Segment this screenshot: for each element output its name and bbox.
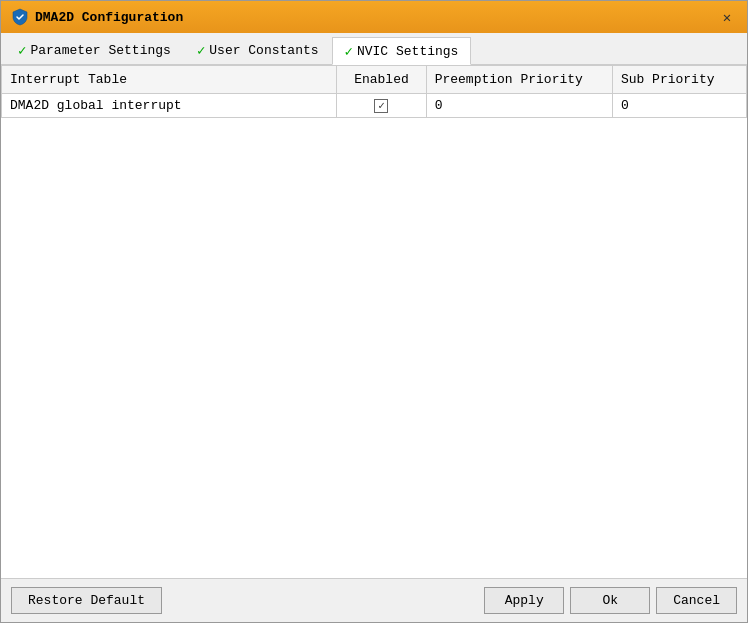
enabled-checkbox[interactable]: ✓	[345, 99, 417, 113]
cell-interrupt-name: DMA2D global interrupt	[2, 94, 337, 118]
footer-right: Apply Ok Cancel	[484, 587, 737, 614]
shield-icon	[11, 8, 29, 26]
content-area: Interrupt Table Enabled Preemption Prior…	[1, 65, 747, 578]
col-header-enabled: Enabled	[337, 66, 426, 94]
main-window: DMA2D Configuration ✕ ✓ Parameter Settin…	[0, 0, 748, 623]
tab-parameter-settings[interactable]: ✓ Parameter Settings	[5, 37, 184, 64]
interrupt-table: Interrupt Table Enabled Preemption Prior…	[1, 65, 747, 118]
footer: Restore Default Apply Ok Cancel	[1, 578, 747, 622]
tab-bar: ✓ Parameter Settings ✓ User Constants ✓ …	[1, 33, 747, 65]
cell-enabled[interactable]: ✓	[337, 94, 426, 118]
tab-check-nvic: ✓	[345, 43, 353, 60]
col-header-preemption: Preemption Priority	[426, 66, 612, 94]
close-button[interactable]: ✕	[717, 7, 737, 27]
table-row: DMA2D global interrupt ✓ 0 0	[2, 94, 747, 118]
tab-nvic-settings[interactable]: ✓ NVIC Settings	[332, 37, 472, 65]
title-bar: DMA2D Configuration ✕	[1, 1, 747, 33]
cell-sub-priority[interactable]: 0	[612, 94, 746, 118]
title-bar-left: DMA2D Configuration	[11, 8, 183, 26]
tab-check-user-constants: ✓	[197, 42, 205, 59]
tab-user-constants[interactable]: ✓ User Constants	[184, 37, 332, 64]
table-container: Interrupt Table Enabled Preemption Prior…	[1, 65, 747, 578]
apply-button[interactable]: Apply	[484, 587, 564, 614]
tab-label-nvic: NVIC Settings	[357, 44, 458, 59]
window-title: DMA2D Configuration	[35, 10, 183, 25]
cell-preemption-priority[interactable]: 0	[426, 94, 612, 118]
ok-button[interactable]: Ok	[570, 587, 650, 614]
checkbox-display: ✓	[374, 99, 388, 113]
restore-default-button[interactable]: Restore Default	[11, 587, 162, 614]
cancel-button[interactable]: Cancel	[656, 587, 737, 614]
col-header-interrupt: Interrupt Table	[2, 66, 337, 94]
col-header-subpriority: Sub Priority	[612, 66, 746, 94]
tab-check-parameter: ✓	[18, 42, 26, 59]
tab-label-parameter: Parameter Settings	[30, 43, 170, 58]
tab-label-user-constants: User Constants	[209, 43, 318, 58]
